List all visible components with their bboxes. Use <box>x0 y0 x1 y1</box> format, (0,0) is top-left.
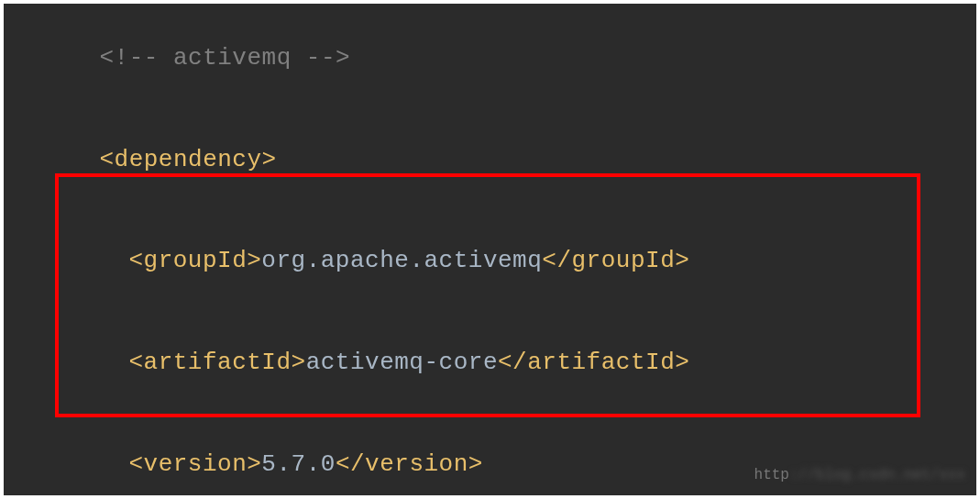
code-line: <!-- activemq --> <box>40 7 973 109</box>
watermark-text: http <box>754 467 789 483</box>
watermark-blur: ://blog.csdn.net/xxx <box>789 467 965 483</box>
xml-tag: <version> <box>128 450 261 478</box>
xml-tag: </version> <box>336 450 483 478</box>
xml-comment: <!-- activemq --> <box>99 44 350 72</box>
code-line: <artifactId>activemq-core</artifactId> <box>40 312 973 414</box>
code-editor[interactable]: <!-- activemq --> <dependency> <groupId>… <box>4 4 976 495</box>
xml-tag: <groupId> <box>128 247 261 274</box>
xml-text: org.apache.activemq <box>261 247 542 274</box>
xml-text: 5.7.0 <box>261 450 336 478</box>
xml-tag: </groupId> <box>542 247 689 274</box>
xml-tag: </artifactId> <box>498 349 689 376</box>
xml-text: activemq-core <box>306 349 498 376</box>
code-line: <groupId>org.apache.activemq</groupId> <box>40 210 973 312</box>
code-line: <version>5.7.0</version> <box>40 414 973 499</box>
watermark: http://blog.csdn.net/xxx <box>754 465 965 486</box>
code-line: <dependency> <box>40 109 973 211</box>
xml-tag: <artifactId> <box>128 349 305 376</box>
xml-tag: <dependency> <box>99 146 276 173</box>
